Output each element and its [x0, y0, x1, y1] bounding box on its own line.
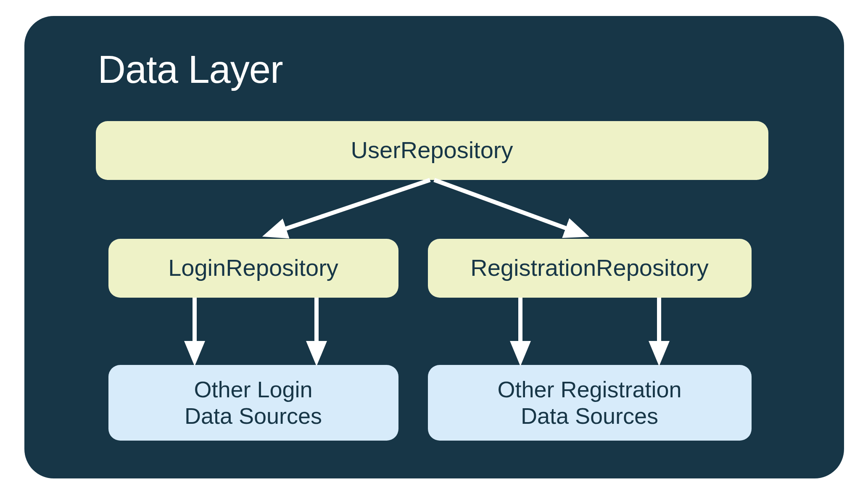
edge-arrow-icon — [268, 180, 430, 235]
panel-title: Data Layer — [98, 48, 810, 92]
node-label: LoginRepository — [168, 254, 338, 281]
node-registration-data-sources: Other Registration Data Sources — [428, 365, 752, 441]
node-label: RegistrationRepository — [470, 254, 708, 281]
node-registration-repository: RegistrationRepository — [428, 239, 752, 298]
edge-arrow-icon — [434, 180, 583, 235]
node-label-line2: Data Sources — [185, 403, 322, 428]
node-user-repository: UserRepository — [96, 121, 768, 180]
node-login-data-sources: Other Login Data Sources — [108, 365, 398, 441]
node-label-line2: Data Sources — [521, 403, 658, 428]
node-login-repository: LoginRepository — [108, 239, 398, 298]
node-label-line1: Other Login — [194, 377, 312, 402]
node-label: UserRepository — [351, 137, 513, 164]
node-label-line1: Other Registration — [497, 377, 681, 402]
data-layer-panel: Data Layer UserRepository LoginRepositor… — [24, 16, 844, 478]
